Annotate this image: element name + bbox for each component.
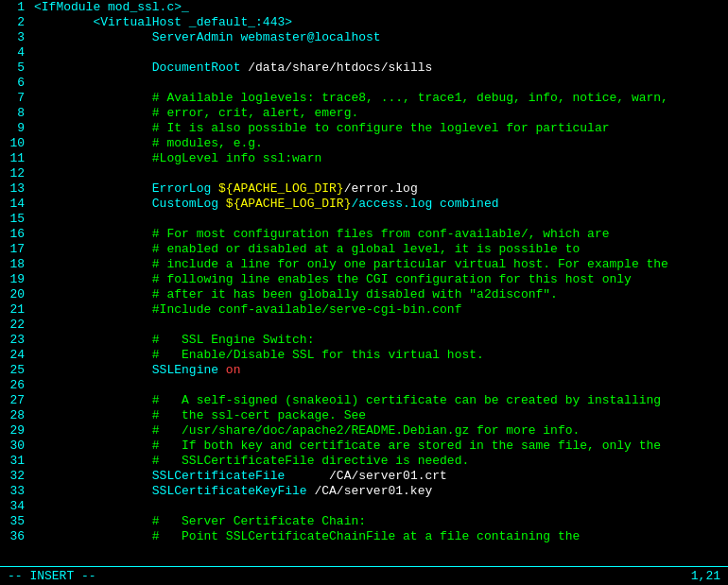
code-token: # /usr/share/doc/apache2/README.Debian.g… <box>34 423 580 438</box>
code-line: # the ssl-cert package. See <box>34 408 728 423</box>
code-token: #Include conf-available/serve-cgi-bin.co… <box>34 302 461 317</box>
code-token: # include a line for only one particular… <box>34 257 668 271</box>
line-number: 23 <box>0 333 25 348</box>
code-token: # For most configuration files from conf… <box>34 227 610 241</box>
code-line: # It is also possible to configure the l… <box>34 121 728 136</box>
line-number: 14 <box>0 197 25 212</box>
line-number: 7 <box>0 91 25 106</box>
code-line: SSLCertificateKeyFile /CA/server01.key <box>34 484 728 499</box>
code-line: # Point SSLCertificateChainFile at a fil… <box>34 529 728 544</box>
line-number: 32 <box>0 469 25 484</box>
line-number: 9 <box>0 121 25 136</box>
code-token: #LogLevel info ssl:warn <box>34 151 321 165</box>
editor: 1234567891011121314151617181920212223242… <box>0 0 728 585</box>
code-line <box>34 499 728 514</box>
line-numbers: 1234567891011121314151617181920212223242… <box>0 0 30 566</box>
code-token: # A self-signed (snakeoil) certificate c… <box>34 393 661 407</box>
line-number: 5 <box>0 60 25 76</box>
line-number: 22 <box>0 318 25 333</box>
code-token: CustomLog <box>34 197 226 211</box>
code-line: # after it has been globally disabled wi… <box>34 287 728 302</box>
code-line: # Enable/Disable SSL for this virtual ho… <box>34 348 728 363</box>
line-number: 20 <box>0 287 25 302</box>
code-line: # For most configuration files from conf… <box>34 227 728 242</box>
code-line: # following line enables the CGI configu… <box>34 272 728 287</box>
code-token: ErrorLog <box>34 181 218 196</box>
code-line: # SSL Engine Switch: <box>34 333 728 348</box>
line-number: 12 <box>0 166 25 181</box>
code-line <box>34 166 728 181</box>
code-token: # the ssl-cert package. See <box>34 408 366 422</box>
code-token: <VirtualHost _default_:443> <box>34 15 292 29</box>
code-token: # It is also possible to configure the l… <box>34 121 610 135</box>
code-token: # Server Certificate Chain: <box>34 514 366 528</box>
line-number: 36 <box>0 529 25 544</box>
code-token: # Point SSLCertificateChainFile at a fil… <box>34 529 580 543</box>
line-number: 1 <box>0 0 25 15</box>
code-token: # If both key and certificate are stored… <box>34 439 661 453</box>
code-token: # Available loglevels: trace8, ..., trac… <box>34 91 668 105</box>
code-token: # enabled or disabled at a global level,… <box>34 242 580 256</box>
line-number: 35 <box>0 514 25 529</box>
code-line: SSLEngine on <box>34 363 728 378</box>
code-line <box>34 212 728 227</box>
code-token: /CA/server01.crt <box>329 469 447 483</box>
code-token: # error, crit, alert, emerg. <box>34 106 358 120</box>
code-token: /access.log combined <box>351 197 498 211</box>
line-number: 8 <box>0 106 25 121</box>
code-line: # Available loglevels: trace8, ..., trac… <box>34 91 728 106</box>
status-bar: -- INSERT -- 1,21 <box>0 566 728 585</box>
line-number: 30 <box>0 439 25 454</box>
line-number: 18 <box>0 257 25 272</box>
code-line: SSLCertificateFile /CA/server01.crt <box>34 469 728 484</box>
code-token: # Enable/Disable SSL for this virtual ho… <box>34 348 484 362</box>
cursor-position: 1,21 <box>691 569 720 583</box>
code-line: # If both key and certificate are stored… <box>34 439 728 454</box>
line-number: 13 <box>0 181 25 197</box>
code-line: ErrorLog ${APACHE_LOG_DIR}/error.log <box>34 181 728 197</box>
code-token: /error.log <box>344 181 418 196</box>
code-line: # Server Certificate Chain: <box>34 514 728 529</box>
code-line <box>34 45 728 60</box>
code-line: CustomLog ${APACHE_LOG_DIR}/access.log c… <box>34 197 728 212</box>
code-line <box>34 76 728 91</box>
code-line: #Include conf-available/serve-cgi-bin.co… <box>34 302 728 318</box>
line-number: 16 <box>0 227 25 242</box>
code-line: DocumentRoot /data/share/htdocs/skills <box>34 60 728 76</box>
code-line: # error, crit, alert, emerg. <box>34 106 728 121</box>
code-line <box>34 378 728 393</box>
code-line: # /usr/share/doc/apache2/README.Debian.g… <box>34 423 728 439</box>
line-number: 27 <box>0 393 25 408</box>
code-token: # following line enables the CGI configu… <box>34 272 632 286</box>
code-token: SSLEngine <box>34 363 226 377</box>
line-number: 10 <box>0 136 25 151</box>
code-token: on <box>226 363 241 377</box>
line-number: 24 <box>0 348 25 363</box>
code-line: #LogLevel info ssl:warn <box>34 151 728 166</box>
line-number: 25 <box>0 363 25 378</box>
line-number: 17 <box>0 242 25 257</box>
line-number: 2 <box>0 15 25 30</box>
line-number: 34 <box>0 499 25 514</box>
code-token: # after it has been globally disabled wi… <box>34 287 558 301</box>
line-number: 4 <box>0 45 25 60</box>
code-line <box>34 318 728 333</box>
code-area[interactable]: <IfModule mod_ssl.c>_ <VirtualHost _defa… <box>30 0 728 566</box>
code-token: /CA/server01.key <box>314 484 432 498</box>
code-token: ${APACHE_LOG_DIR} <box>226 197 352 211</box>
code-token: # modules, e.g. <box>34 136 263 150</box>
code-line: # SSLCertificateFile directive is needed… <box>34 454 728 469</box>
code-token: <IfModule mod_ssl.c>_ <box>34 0 189 14</box>
code-line: # A self-signed (snakeoil) certificate c… <box>34 393 728 408</box>
code-token: # SSLCertificateFile directive is needed… <box>34 454 469 468</box>
code-line: <VirtualHost _default_:443> <box>34 15 728 30</box>
content-area: 1234567891011121314151617181920212223242… <box>0 0 728 566</box>
line-number: 21 <box>0 302 25 318</box>
code-line: # modules, e.g. <box>34 136 728 151</box>
line-number: 15 <box>0 212 25 227</box>
line-number: 11 <box>0 151 25 166</box>
line-number: 29 <box>0 423 25 439</box>
line-number: 28 <box>0 408 25 423</box>
code-token: ServerAdmin webmaster@localhost <box>34 30 381 44</box>
code-line: # enabled or disabled at a global level,… <box>34 242 728 257</box>
